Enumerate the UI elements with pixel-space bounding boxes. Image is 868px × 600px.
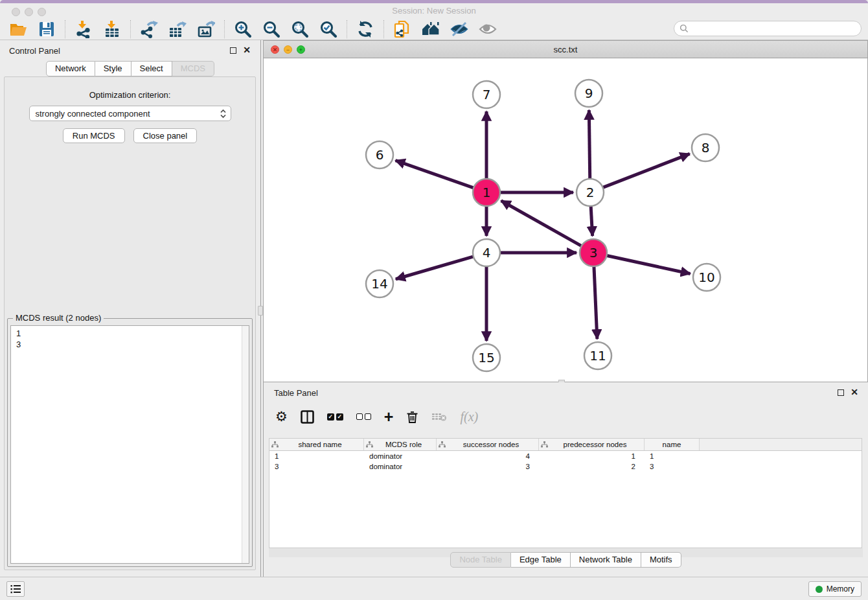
edge-2-3[interactable] [591, 205, 593, 236]
edge-2-9[interactable] [589, 110, 589, 180]
mcds-result-legend: MCDS result (2 nodes) [13, 313, 104, 323]
tab-node-table[interactable]: Node Table [450, 552, 511, 568]
column-header-shared-name[interactable]: shared name [269, 439, 364, 450]
delete-table-icon[interactable] [431, 411, 447, 422]
search-icon [680, 24, 689, 33]
graph-node-11[interactable]: 11 [584, 342, 611, 369]
delete-column-icon[interactable] [406, 410, 418, 424]
search-input[interactable] [689, 22, 861, 35]
tab-style[interactable]: Style [95, 61, 131, 76]
node-label: 14 [371, 276, 387, 292]
graph-node-7[interactable]: 7 [473, 81, 500, 108]
select-all-rows-icon[interactable]: ✓✓ [327, 413, 343, 421]
clone-network-icon[interactable] [393, 20, 411, 38]
network-window-titlebar[interactable]: ✕ − + scc.txt [264, 41, 867, 58]
graph-node-15[interactable]: 15 [473, 344, 500, 371]
memory-status-icon [816, 586, 823, 593]
open-file-icon[interactable] [9, 20, 27, 38]
zoom-out-icon[interactable] [262, 20, 280, 38]
column-header-successor-nodes[interactable]: successor nodes [437, 439, 539, 450]
column-view-icon[interactable] [301, 410, 314, 424]
tab-network-table[interactable]: Network Table [571, 552, 641, 568]
hide-selected-icon[interactable] [450, 20, 468, 38]
import-table-icon[interactable] [103, 20, 121, 38]
save-session-icon[interactable] [38, 20, 56, 38]
graph-node-9[interactable]: 9 [575, 80, 602, 107]
cell-shared-name[interactable]: 1 [269, 451, 364, 461]
close-panel-button[interactable]: Close panel [133, 128, 198, 143]
column-header-MCDS-role[interactable]: MCDS role [364, 439, 437, 450]
add-column-icon[interactable]: + [384, 410, 394, 423]
tab-network[interactable]: Network [46, 61, 95, 76]
search-box[interactable] [674, 21, 862, 36]
mcds-result-textarea[interactable]: 1 3 [10, 325, 249, 564]
task-history-button[interactable] [6, 581, 25, 597]
main-toolbar [0, 18, 868, 40]
column-header-label: predecessor nodes [548, 441, 642, 448]
cell-successor-nodes[interactable]: 3 [437, 461, 539, 472]
control-panel-tabs: NetworkStyleSelectMCDS [0, 61, 260, 76]
column-header-name[interactable]: name [645, 439, 700, 450]
import-network-icon[interactable] [74, 20, 93, 38]
export-table-icon[interactable] [168, 20, 187, 38]
cell-MCDS-role[interactable]: dominator [364, 451, 437, 461]
table-row[interactable]: 3dominator323 [269, 461, 862, 472]
cell-successor-nodes[interactable]: 4 [437, 451, 539, 461]
refresh-icon[interactable] [356, 20, 374, 38]
table-settings-icon[interactable]: ⚙ [275, 409, 288, 424]
node-label: 15 [478, 350, 494, 365]
zoom-in-icon[interactable] [234, 20, 252, 38]
tab-select[interactable]: Select [131, 61, 172, 76]
cell-name[interactable]: 1 [645, 451, 700, 461]
export-image-icon[interactable] [197, 20, 215, 38]
cell-name[interactable]: 3 [645, 461, 700, 472]
node-label: 7 [483, 87, 491, 102]
graph-node-6[interactable]: 6 [366, 141, 393, 168]
table-close-icon[interactable]: ✕ [851, 387, 858, 397]
node-label: 4 [483, 245, 491, 260]
show-all-icon[interactable] [479, 20, 497, 38]
column-edit-icon [366, 441, 373, 448]
float-panel-icon[interactable] [230, 47, 236, 54]
zoom-selected-icon[interactable] [319, 20, 337, 38]
network-window-title: scc.txt [264, 45, 867, 54]
deselect-all-rows-icon[interactable] [356, 413, 371, 420]
cell-predecessor-nodes[interactable]: 2 [539, 461, 645, 472]
edge-3-1[interactable] [501, 201, 583, 247]
criterion-select[interactable]: strongly connected component [29, 106, 231, 121]
result-scrollbar[interactable] [242, 326, 249, 563]
vertical-splitter-grip[interactable] [258, 306, 263, 316]
network-canvas[interactable]: 7968124314101511 [264, 58, 867, 382]
graph-node-3[interactable]: 3 [580, 239, 607, 266]
cell-predecessor-nodes[interactable]: 1 [539, 451, 645, 461]
close-panel-icon[interactable]: ✕ [243, 45, 251, 55]
tab-edge-table[interactable]: Edge Table [511, 552, 571, 568]
graph-node-14[interactable]: 14 [366, 270, 393, 297]
graph-node-1[interactable]: 1 [473, 179, 500, 206]
edge-3-11[interactable] [594, 265, 597, 339]
tab-motifs[interactable]: Motifs [641, 552, 681, 568]
run-mcds-button[interactable]: Run MCDS [63, 128, 125, 143]
graph-node-2[interactable]: 2 [577, 179, 604, 206]
column-edit-icon [541, 441, 548, 448]
edge-3-10[interactable] [606, 255, 691, 273]
edge-1-6[interactable] [396, 161, 475, 189]
zoom-fit-icon[interactable] [291, 20, 309, 38]
cell-shared-name[interactable]: 3 [269, 461, 364, 472]
tab-mcds[interactable]: MCDS [172, 61, 214, 76]
cell-MCDS-role[interactable]: dominator [364, 461, 437, 472]
table-tabs: Node TableEdge TableNetwork TableMotifs [264, 552, 868, 568]
edge-2-8[interactable] [602, 154, 690, 188]
memory-button[interactable]: Memory [808, 581, 862, 597]
node-table: shared nameMCDS rolesuccessor nodesprede… [269, 438, 862, 548]
edge-4-14[interactable] [396, 256, 475, 279]
graph-node-8[interactable]: 8 [692, 134, 719, 161]
graph-node-4[interactable]: 4 [473, 239, 500, 266]
graph-node-10[interactable]: 10 [693, 264, 720, 291]
home-layout-icon[interactable] [422, 20, 440, 38]
table-float-icon[interactable] [838, 389, 844, 396]
column-header-predecessor-nodes[interactable]: predecessor nodes [539, 439, 645, 450]
table-row[interactable]: 1dominator411 [269, 451, 862, 461]
function-builder-icon[interactable]: f(x) [460, 410, 478, 424]
export-network-icon[interactable] [140, 20, 158, 38]
